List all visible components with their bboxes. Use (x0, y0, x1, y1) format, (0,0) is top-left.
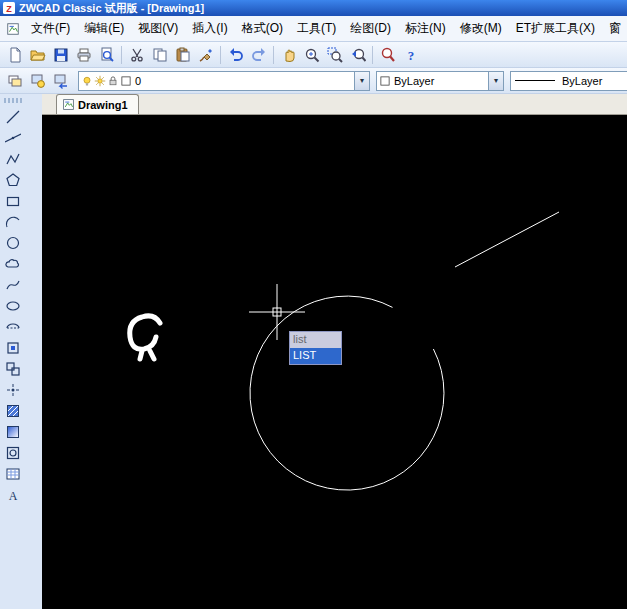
help-button[interactable]: ? (399, 44, 422, 66)
polyline-button[interactable] (2, 148, 24, 169)
menu-item-7[interactable]: 标注(N) (398, 16, 453, 41)
layer-value: 0 (132, 75, 354, 87)
gradient-button[interactable] (2, 421, 24, 442)
insert-block-icon (5, 340, 21, 356)
layer-previous-button[interactable] (49, 70, 72, 92)
properties-toolbar: 0 ByLayer ByLayer (0, 68, 627, 94)
plot-button[interactable] (72, 44, 95, 66)
svg-text:Z: Z (6, 4, 12, 14)
ellipse-arc-button[interactable] (2, 316, 24, 337)
linetype-combo[interactable]: ByLayer (510, 71, 627, 91)
menu-item-1[interactable]: 编辑(E) (77, 16, 131, 41)
undo-button[interactable] (224, 44, 247, 66)
gradient-icon (5, 424, 21, 440)
redo-button[interactable] (247, 44, 270, 66)
lock-icon (107, 75, 119, 87)
open-button[interactable] (26, 44, 49, 66)
arc-button[interactable] (2, 211, 24, 232)
linetype-sample-icon (515, 80, 555, 81)
make-block-icon (5, 361, 21, 377)
revcloud-button[interactable] (2, 253, 24, 274)
drawing-canvas[interactable]: listLIST (42, 115, 627, 609)
spline-button[interactable] (2, 274, 24, 295)
menu-item-5[interactable]: 工具(T) (290, 16, 343, 41)
menu-item-9[interactable]: ET扩展工具(X) (509, 16, 602, 41)
menu-item-2[interactable]: 视图(V) (131, 16, 185, 41)
hatch-button[interactable] (2, 400, 24, 421)
pan-button[interactable] (277, 44, 300, 66)
layer-status-icons (79, 75, 132, 87)
zoom-window-button[interactable] (323, 44, 346, 66)
rectangle-button[interactable] (2, 190, 24, 211)
point-button[interactable] (2, 379, 24, 400)
menu-item-10[interactable]: 窗 (602, 16, 627, 41)
toolbar-separator (121, 46, 122, 64)
find-icon (380, 47, 396, 63)
zoom-previous-button[interactable] (346, 44, 369, 66)
make-block-button[interactable] (2, 358, 24, 379)
table-icon (5, 466, 21, 482)
autocomplete-popup: listLIST (289, 331, 342, 365)
preview-button[interactable] (95, 44, 118, 66)
layer-manager-button[interactable] (3, 70, 26, 92)
menu-item-3[interactable]: 插入(I) (185, 16, 234, 41)
document-area: Drawing1 listLIST (42, 94, 627, 609)
svg-text:?: ? (407, 48, 414, 63)
save-button[interactable] (49, 44, 72, 66)
new-button[interactable] (3, 44, 26, 66)
cut-button[interactable] (125, 44, 148, 66)
sun-icon (94, 75, 106, 87)
layer-states-button[interactable] (26, 70, 49, 92)
save-icon (53, 47, 69, 63)
menu-item-6[interactable]: 绘图(D) (343, 16, 398, 41)
match-icon (198, 47, 214, 63)
undo-icon (228, 47, 244, 63)
match-button[interactable] (194, 44, 217, 66)
zoom-realtime-button[interactable] (300, 44, 323, 66)
title-bar[interactable]: Z ZWCAD Classic 试用版 - [Drawing1] (0, 0, 627, 16)
paste-icon (175, 47, 191, 63)
menu-item-8[interactable]: 修改(M) (453, 16, 509, 41)
layer-combo[interactable]: 0 (78, 71, 370, 91)
toolbar-grip[interactable] (4, 98, 24, 103)
revcloud-icon (5, 256, 21, 272)
preview-icon (99, 47, 115, 63)
table-button[interactable] (2, 463, 24, 484)
region-button[interactable] (2, 442, 24, 463)
point-icon (5, 382, 21, 398)
menu-item-0[interactable]: 文件(F) (24, 16, 77, 41)
xline-button[interactable] (2, 127, 24, 148)
line-shape (455, 212, 559, 267)
swatch-icon (120, 75, 132, 87)
freehand-sketch (130, 316, 160, 359)
polygon-button[interactable] (2, 169, 24, 190)
window-title: ZWCAD Classic 试用版 - [Drawing1] (19, 1, 204, 16)
toolbar-separator (273, 46, 274, 64)
menu-item-4[interactable]: 格式(O) (235, 16, 290, 41)
drawing-file-icon (62, 98, 75, 111)
autocomplete-item[interactable]: list (290, 332, 341, 348)
tab-drawing1[interactable]: Drawing1 (56, 94, 139, 114)
find-button[interactable] (376, 44, 399, 66)
color-combo[interactable]: ByLayer (376, 71, 504, 91)
paste-button[interactable] (171, 44, 194, 66)
circle-button[interactable] (2, 232, 24, 253)
cut-icon (129, 47, 145, 63)
linetype-value: ByLayer (559, 75, 627, 87)
toolbar-separator (372, 46, 373, 64)
region-icon (5, 445, 21, 461)
zoom-realtime-icon (304, 47, 320, 63)
autocomplete-item[interactable]: LIST (290, 348, 341, 364)
insert-block-button[interactable] (2, 337, 24, 358)
polyline-icon (5, 151, 21, 167)
layer-combo-arrow[interactable] (354, 72, 369, 90)
line-button[interactable] (2, 106, 24, 127)
ellipse-button[interactable] (2, 295, 24, 316)
color-combo-arrow[interactable] (488, 72, 503, 90)
copy-button[interactable] (148, 44, 171, 66)
mtext-icon: A (5, 487, 21, 503)
mtext-button[interactable]: A (2, 484, 24, 505)
new-icon (7, 47, 23, 63)
circle-shape (250, 296, 444, 490)
layer-tool-buttons (3, 70, 72, 92)
